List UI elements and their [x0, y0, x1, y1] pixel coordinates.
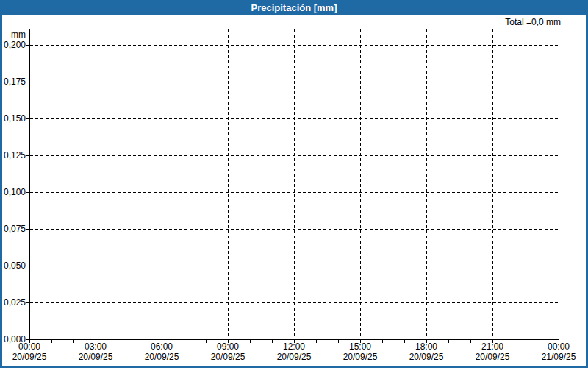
y-tick	[26, 302, 29, 303]
v-gridline	[294, 29, 295, 339]
y-tick	[26, 118, 29, 119]
y-tick-label: 0,025	[0, 297, 26, 308]
v-gridline	[228, 29, 229, 339]
x-tick	[492, 340, 493, 343]
chart-title-bar: Precipitación [mm]	[0, 0, 588, 15]
x-tick-time-label: 00:00	[4, 342, 55, 352]
x-tick-date-label: 20/09/25	[401, 353, 452, 362]
x-tick	[140, 340, 140, 343]
x-tick	[294, 340, 295, 343]
x-tick	[404, 340, 405, 343]
v-gridline	[96, 29, 96, 339]
x-tick	[51, 340, 52, 343]
y-tick-label: 0,100	[0, 187, 26, 197]
x-tick-date-label: 20/09/25	[268, 353, 320, 362]
y-tick	[26, 82, 29, 82]
x-tick	[448, 340, 449, 343]
y-axis-unit-label: mm	[0, 29, 26, 40]
x-tick-date-label: 20/09/25	[70, 353, 121, 362]
total-label: Total =0,0 mm	[414, 17, 561, 27]
x-tick	[162, 340, 162, 343]
y-tick-label: 0,125	[0, 150, 26, 160]
y-tick-label: 0,075	[0, 224, 26, 234]
y-axis-line	[29, 29, 30, 340]
x-tick-time-label: 03:00	[70, 342, 121, 352]
x-tick-date-label: 20/09/25	[4, 353, 55, 362]
x-tick-date-label: 20/09/25	[136, 353, 187, 362]
x-tick-time-label: 00:00	[533, 342, 584, 352]
x-tick	[360, 340, 361, 343]
x-tick	[316, 340, 317, 343]
x-tick-time-label: 06:00	[136, 342, 187, 352]
x-tick	[272, 340, 273, 343]
x-tick	[184, 340, 184, 343]
x-tick	[338, 340, 339, 343]
y-tick	[26, 155, 29, 156]
x-tick	[426, 340, 427, 343]
x-tick	[514, 340, 515, 343]
y-tick	[26, 45, 29, 46]
v-gridline	[492, 29, 493, 339]
v-gridline	[426, 29, 427, 339]
y-tick	[26, 192, 29, 193]
y-tick-label: 0,175	[0, 77, 26, 87]
x-tick-date-label: 21/09/25	[533, 353, 584, 362]
x-tick-date-label: 20/09/25	[334, 353, 386, 362]
chart-window: Precipitación [mm] Total =0,0 mm mm 0,00…	[0, 0, 588, 368]
plot-border-right	[559, 29, 559, 340]
x-tick	[470, 340, 471, 343]
y-tick-label: 0,150	[0, 113, 26, 124]
x-tick	[228, 340, 229, 343]
v-gridline	[360, 29, 361, 339]
x-tick	[537, 340, 537, 343]
x-tick	[206, 340, 207, 343]
x-tick-time-label: 18:00	[401, 342, 452, 352]
x-tick-date-label: 20/09/25	[202, 353, 254, 362]
x-tick	[250, 340, 251, 343]
x-tick	[96, 340, 96, 343]
x-tick	[559, 340, 559, 343]
x-tick-time-label: 15:00	[334, 342, 386, 352]
x-tick	[118, 340, 118, 343]
y-tick-label: 0,050	[0, 261, 26, 271]
x-tick-time-label: 12:00	[268, 342, 320, 352]
x-tick-time-label: 09:00	[202, 342, 254, 352]
x-tick-time-label: 21:00	[467, 342, 518, 352]
chart-title: Precipitación [mm]	[251, 2, 337, 13]
x-tick	[74, 340, 74, 343]
y-tick-label: 0,200	[0, 40, 26, 50]
x-tick	[29, 340, 30, 343]
x-tick	[382, 340, 383, 343]
v-gridline	[162, 29, 162, 339]
y-tick	[26, 266, 29, 266]
y-tick	[26, 229, 29, 230]
x-tick-date-label: 20/09/25	[467, 353, 518, 362]
